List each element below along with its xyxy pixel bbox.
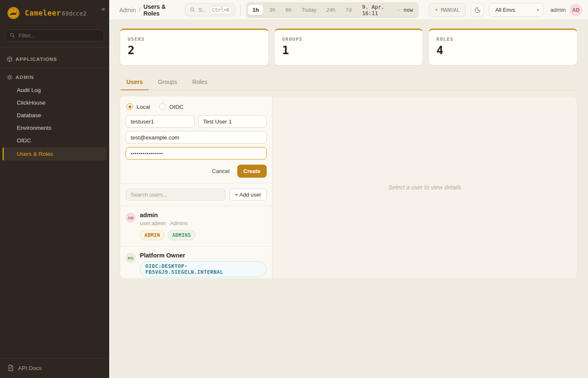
tab-bar: Users Groups Roles: [120, 75, 578, 90]
sidebar-item-environments[interactable]: Environments: [0, 122, 109, 134]
roles-count: 4: [436, 44, 570, 57]
time-option-24h[interactable]: 24h: [322, 5, 340, 15]
api-docs-link[interactable]: API Docs: [0, 358, 109, 378]
app-title: Cameleer: [25, 9, 61, 17]
create-button[interactable]: Create: [237, 165, 267, 178]
dark-mode-toggle[interactable]: [471, 3, 484, 17]
env-select-value: All Envs: [495, 7, 515, 13]
add-user-button[interactable]: + Add user: [229, 189, 267, 201]
topbar: Admin / Users & Roles S... Ctrl+K 1h 3h …: [109, 0, 588, 20]
refresh-mode-button[interactable]: • MANUAL: [429, 3, 466, 17]
time-option-1h[interactable]: 1h: [247, 4, 264, 16]
empty-state-message: Select a user to view details: [388, 184, 462, 191]
main-column: Admin / Users & Roles S... Ctrl+K 1h 3h …: [109, 0, 588, 378]
time-option-today[interactable]: Today: [297, 5, 321, 15]
collapse-sidebar-icon[interactable]: «: [102, 5, 105, 12]
global-search-text: S...: [198, 7, 207, 13]
time-from: 9. Apr. 16:11: [362, 4, 394, 16]
tab-roles[interactable]: Roles: [186, 75, 213, 90]
time-separator: —: [397, 7, 400, 13]
user-row-admin[interactable]: AD admin user:admin · Admins ADMIN ADMIN…: [120, 206, 272, 247]
radio-oidc[interactable]: OIDC: [159, 103, 184, 110]
radio-selected-icon: [126, 103, 133, 110]
time-option-3h[interactable]: 3h: [265, 5, 280, 15]
time-range-control: 1h 3h 6h Today 24h 7d 9. Apr. 16:11 — no…: [246, 2, 419, 18]
tab-users[interactable]: Users: [121, 75, 149, 90]
search-shortcut-badge: Ctrl+K: [210, 6, 232, 14]
stat-card-users: USERS 2: [120, 29, 269, 66]
time-range-display[interactable]: 9. Apr. 16:11 — now: [362, 4, 413, 16]
search-icon: [10, 33, 15, 38]
badge-row: ADMIN ADMINS: [140, 230, 196, 240]
password-field[interactable]: [126, 147, 267, 160]
divider: [240, 5, 241, 16]
env-select[interactable]: All Envs ▾: [489, 3, 543, 17]
sidebar-item-database[interactable]: Database: [0, 109, 109, 121]
cancel-button[interactable]: Cancel: [212, 168, 230, 174]
sidebar: « Cameleer69dcce2 Filter... APPLICATION: [0, 0, 109, 378]
content-area: USERS 2 GROUPS 1 ROLES 4 Users Groups Ro…: [109, 20, 588, 378]
oidc-provider-badge: OIDC:DESKTOP-FB5VGJ9.SIEGELN.INTERNAL: [140, 261, 267, 277]
users-list-column: Local OIDC: [120, 96, 273, 278]
moon-icon: [474, 7, 481, 13]
sidebar-item-clickhouse[interactable]: ClickHouse: [0, 97, 109, 109]
avatar: AD: [126, 213, 136, 223]
breadcrumb-page: Users & Roles: [144, 3, 180, 17]
create-user-form: Local OIDC: [120, 96, 272, 184]
document-icon: [8, 365, 14, 371]
sidebar-nav: APPLICATIONS ADMIN Audit Log ClickHouse …: [0, 48, 109, 358]
sidebar-item-audit-log[interactable]: Audit Log: [0, 84, 109, 96]
search-users-input[interactable]: [126, 189, 226, 201]
filter-placeholder: Filter...: [18, 32, 35, 39]
refresh-dot-icon: •: [435, 7, 438, 13]
users-panel: Local OIDC: [120, 96, 578, 279]
app-root: « Cameleer69dcce2 Filter... APPLICATION: [0, 0, 588, 378]
current-user-name: admin: [550, 7, 566, 13]
groups-count: 1: [282, 44, 415, 57]
search-icon: [190, 7, 195, 13]
user-detail-panel: Select a user to view details: [273, 96, 577, 278]
sidebar-filter-wrap: Filter...: [0, 25, 109, 48]
display-name-field[interactable]: [198, 115, 267, 128]
sidebar-item-users-roles[interactable]: Users & Roles: [3, 147, 107, 160]
email-field[interactable]: [126, 131, 267, 144]
time-to: now: [404, 7, 413, 13]
camel-logo-icon: [6, 6, 21, 20]
avatar[interactable]: AD: [570, 4, 582, 16]
avatar: PO: [126, 253, 136, 263]
radio-unselected-icon: [159, 103, 166, 110]
form-actions: Cancel Create: [126, 165, 267, 178]
role-badge-admin: ADMIN: [140, 230, 165, 240]
breadcrumb-section[interactable]: Admin: [119, 7, 136, 13]
tab-groups[interactable]: Groups: [152, 75, 183, 90]
group-badge-admins: ADMINS: [168, 230, 196, 240]
users-count: 2: [128, 44, 261, 57]
sidebar-section-admin[interactable]: ADMIN: [0, 71, 109, 84]
user-meta: user:admin · Admins: [140, 220, 196, 226]
radio-local[interactable]: Local: [126, 103, 150, 110]
user-list-toolbar: + Add user: [120, 184, 272, 206]
user-name: admin: [140, 212, 196, 218]
sidebar-filter-input[interactable]: Filter...: [5, 29, 104, 42]
logo: Cameleer69dcce2: [0, 0, 109, 25]
chevron-down-icon: ▾: [537, 8, 539, 12]
user-row-platform-owner[interactable]: PO Platform Owner OIDC:DESKTOP-FB5VGJ9.S…: [120, 247, 272, 279]
time-option-7d[interactable]: 7d: [341, 5, 356, 15]
stats-cards: USERS 2 GROUPS 1 ROLES 4: [120, 29, 578, 66]
global-search-button[interactable]: S... Ctrl+K: [185, 3, 235, 16]
sidebar-item-oidc[interactable]: OIDC: [0, 134, 109, 147]
username-field[interactable]: [126, 115, 194, 128]
breadcrumb: Admin / Users & Roles: [119, 3, 180, 17]
auth-type-options: Local OIDC: [126, 102, 267, 115]
gear-icon: [7, 74, 13, 80]
divider: [0, 68, 109, 68]
user-name: Platform Owner: [140, 252, 267, 259]
time-option-6h[interactable]: 6h: [281, 5, 296, 15]
breadcrumb-separator: /: [139, 7, 141, 13]
stat-card-groups: GROUPS 1: [274, 29, 423, 66]
sidebar-section-applications[interactable]: APPLICATIONS: [0, 53, 109, 66]
stat-card-roles: ROLES 4: [428, 29, 578, 66]
app-version: 69dcce2: [62, 10, 87, 17]
cube-icon: [7, 56, 13, 62]
user-menu[interactable]: admin AD: [550, 4, 582, 16]
